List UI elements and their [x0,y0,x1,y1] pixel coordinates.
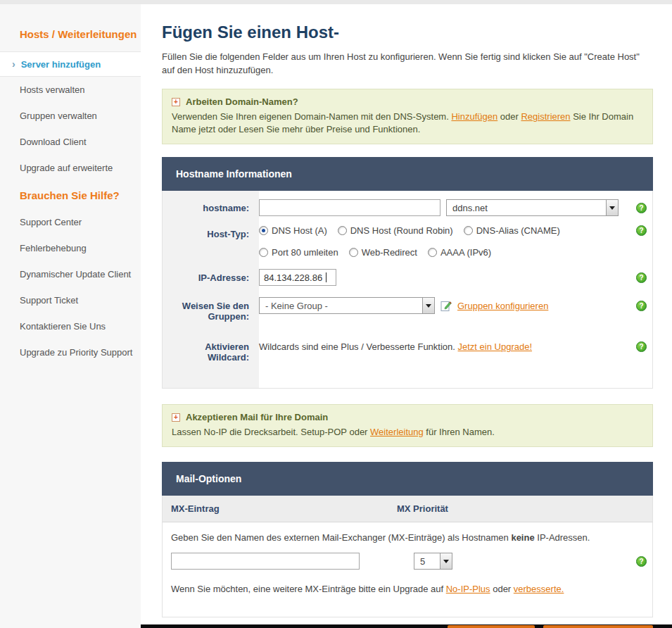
groups-select[interactable]: - Keine Group - [259,297,435,314]
radio-dns-round-robin[interactable]: DNS Host (Round Robin) [338,225,453,236]
radio-icon [349,248,358,257]
sidebar-section-help-title: Brauchen Sie Hilfe? [0,181,141,209]
hostname-label: hostname: [163,199,259,213]
domain-notice-text: Verwenden Sie Ihren eigenen Domain-Namen… [172,111,643,136]
verbesserte-link[interactable]: verbesserte. [514,584,564,594]
mx-columns-header: MX-Eintrag MX Priorität [162,496,653,522]
mail-notice-box: + Akzeptieren Mail für Ihre Domain Lasse… [162,404,653,447]
sidebar-item-hosts-verwalten[interactable]: Hosts verwalten [0,77,141,103]
hostname-input[interactable] [259,199,440,216]
hostname-section-header: Hostname Informationen [162,157,653,191]
ip-input[interactable] [259,269,336,286]
reset-button[interactable]: Zurücksetzen [448,625,535,628]
expand-plus-icon[interactable]: + [172,413,180,422]
sidebar-section-hosts-title: Hosts / Weiterleitungen [20,28,141,40]
sidebar-item-download-client[interactable]: Download Client [0,129,141,155]
host-type-label: Host-Typ: [163,225,259,239]
help-icon[interactable]: ? [636,203,647,213]
sidebar-item-support-center[interactable]: Support Center [0,209,141,235]
groups-label: Weisen Sie den Gruppen: [163,297,259,322]
radio-dns-alias-cname[interactable]: DNS-Alias (CNAME) [464,225,560,236]
edit-groups-icon[interactable] [440,300,452,312]
wildcard-label: Aktivieren Wildcard: [163,340,259,363]
hostname-row: hostname: ddns.net ? [163,199,652,216]
radio-icon [259,248,268,257]
sidebar-item-support-ticket[interactable]: Support Ticket [0,287,141,313]
radio-icon [338,226,347,235]
domain-select-value: ddns.net [447,200,606,215]
help-icon[interactable]: ? [636,341,647,352]
form-actions: Zurücksetzen Server hinzufügen [162,625,653,628]
mx-instruction: Geben Sie den Namen des externen Mail-Ex… [163,532,652,543]
dropdown-arrow-icon[interactable] [440,553,452,569]
domain-notice-title: Arbeiten Domain-Namen? [186,96,298,107]
sidebar-item-server-hinzufuegen[interactable]: › Server hinzufügen [0,51,141,77]
wildcard-text: Wildcards sind eine Plus / Verbesserte F… [259,341,532,352]
domain-notice-text1: Verwenden Sie Ihren eigenen Domain-Namen… [172,111,451,122]
mail-notice-title: Akzeptieren Mail für Ihre Domain [186,412,328,422]
mx-priority-value: 5 [414,553,440,569]
mx-record-input[interactable] [171,553,360,570]
page-intro: Füllen Sie die folgenden Felder aus um I… [162,50,653,77]
radio-aaaa-ipv6[interactable]: AAAA (IPv6) [428,247,491,258]
sidebar-item-fehlerbehebung[interactable]: Fehlerbehebung [0,235,141,261]
expand-plus-icon[interactable]: + [172,98,180,106]
chevron-right-icon: › [12,58,15,70]
dropdown-arrow-icon[interactable] [606,200,618,215]
sidebar-item-upgrade-erweiterte[interactable]: Upgrade auf erweiterte [0,155,141,181]
radio-icon [428,248,437,257]
sidebar-item-kontaktieren[interactable]: Kontaktieren Sie Uns [0,313,141,339]
radio-checked-icon [259,226,268,235]
help-icon[interactable]: ? [636,301,647,311]
no-ip-plus-link[interactable]: No-IP-Plus [446,584,490,594]
help-icon[interactable]: ? [636,556,647,567]
mail-section: Mail-Optionen MX-Eintrag MX Priorität Ge… [162,462,653,617]
hinzufuegen-link[interactable]: Hinzufügen [451,111,497,122]
add-server-button[interactable]: Server hinzufügen [543,625,653,628]
sidebar-item-gruppen-verwalten[interactable]: Gruppen verwalten [0,103,141,129]
sidebar-item-dynamischer-update-client[interactable]: Dynamischer Update Client [0,261,141,287]
jetzt-upgrade-link[interactable]: Jetzt ein Upgrade! [458,341,533,352]
sidebar-item-priority-support[interactable]: Upgrade zu Priority Support [0,339,141,365]
ip-label: IP-Adresse: [163,269,259,283]
registrieren-link[interactable]: Registrieren [521,111,570,122]
weiterleitung-link[interactable]: Weiterleitung [370,427,424,437]
text-caret [326,272,327,282]
mail-section-header: Mail-Optionen [162,462,653,496]
radio-port-80-umleiten[interactable]: Port 80 umleiten [259,247,338,258]
wildcard-row: Aktivieren Wildcard: Wildcards sind eine… [163,340,652,363]
radio-dns-host-a[interactable]: DNS Host (A) [259,225,327,236]
host-type-row: Host-Typ: DNS Host (A) DNS Host (Round R… [163,225,652,258]
mx-prioritaet-column-header: MX Priorität [397,503,448,514]
sidebar: Hosts / Weiterleitungen › Server hinzufü… [0,4,141,628]
mx-priority-select[interactable]: 5 [414,553,452,570]
mx-upgrade-note: Wenn Sie möchten, eine weitere MX-Einträ… [163,584,652,594]
domain-select[interactable]: ddns.net [446,199,619,216]
mail-notice-text: Lassen No-IP die Drecksarbeit. Setup-POP… [172,426,643,439]
domain-notice-box: + Arbeiten Domain-Namen? Verwenden Sie I… [162,89,653,144]
gruppen-konfigurieren-link[interactable]: Gruppen konfigurieren [457,301,548,311]
groups-select-value: - Keine Group - [260,298,422,313]
help-icon[interactable]: ? [636,225,647,236]
ip-row: IP-Adresse: ? [163,269,652,286]
mx-eintrag-column-header: MX-Eintrag [163,503,397,514]
dropdown-arrow-icon[interactable] [422,298,434,313]
page-title: Fügen Sie einen Host- [162,23,653,42]
sidebar-active-label: Server hinzufügen [21,59,101,70]
hostname-section: Hostname Informationen hostname: ddns.ne… [162,157,653,389]
domain-notice-text2: oder [497,111,521,122]
radio-icon [464,226,473,235]
radio-web-redirect[interactable]: Web-Redirect [349,247,417,258]
groups-row: Weisen Sie den Gruppen: - Keine Group - … [163,297,652,322]
help-icon[interactable]: ? [636,272,647,283]
main-content: Fügen Sie einen Host- Füllen Sie die fol… [141,4,672,628]
